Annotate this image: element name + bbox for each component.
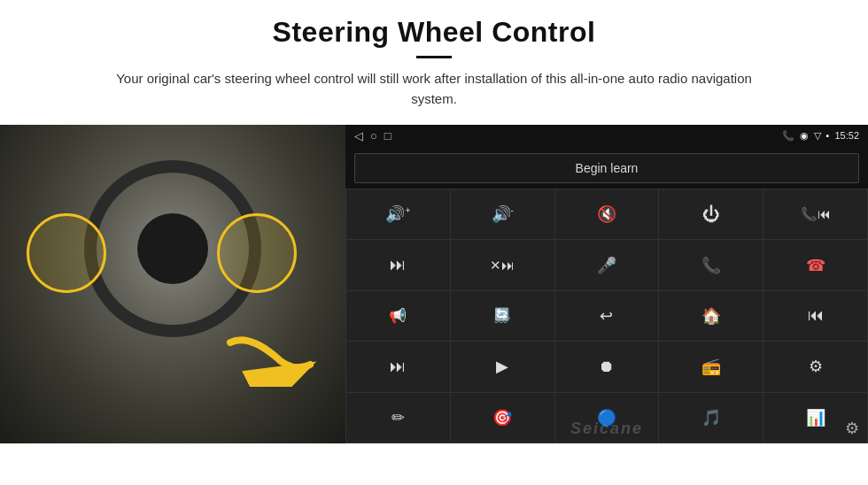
car-photo-bg (0, 125, 345, 443)
vol-down-btn[interactable]: 🔊- (451, 189, 554, 239)
begin-learn-button[interactable]: Begin learn (354, 153, 859, 183)
radio-icon: 📻 (701, 357, 721, 376)
mute-icon: 🔇 (597, 204, 616, 224)
mute-btn[interactable]: 🔇 (555, 189, 659, 239)
header-description: Your original car's steering wheel contr… (97, 69, 771, 109)
battery-icon: ▪ (826, 130, 830, 141)
screen-relative: 🔊+ 🔊- 🔇 ⏻ 📞⏮ ⏭ (345, 189, 868, 443)
vol-up-icon: 🔊+ (385, 204, 410, 224)
phone-icon: 📞 (782, 130, 794, 142)
status-bar-right: 📞 ◉ ▽ ▪ 15:52 (782, 130, 859, 142)
eq-btn[interactable]: ⚙ (763, 342, 867, 391)
navigate-btn[interactable]: ▶ (451, 342, 554, 391)
next-track-btn[interactable]: ⏭ (346, 240, 450, 289)
radio-btn[interactable]: 📻 (659, 342, 763, 391)
next-track-icon: ⏭ (390, 256, 406, 274)
camera-360-btn[interactable]: 🔄360° (451, 291, 554, 341)
hang-up-icon: ☎ (806, 256, 825, 275)
music-btn[interactable]: 🎵 (659, 393, 763, 443)
home-nav-icon[interactable]: ○ (370, 129, 377, 142)
car-image-area (0, 125, 345, 443)
home-icon: 🏠 (701, 306, 721, 326)
mic-btn[interactable]: 🎤 (555, 240, 659, 289)
highlight-left (27, 213, 106, 293)
status-bar: ◁ ○ □ 📞 ◉ ▽ ▪ 15:52 (345, 125, 868, 146)
camera-360-icon: 🔄360° (494, 307, 511, 325)
home-btn[interactable]: 🏠 (659, 291, 763, 341)
wifi-icon: ▽ (814, 130, 821, 142)
skip-forward-btn[interactable]: ⏭ (346, 342, 450, 391)
location-icon: ◉ (800, 130, 809, 142)
call-prev-btn[interactable]: 📞⏮ (763, 189, 867, 239)
vol-down-icon: 🔊- (492, 204, 514, 224)
target-icon: 🎯 (492, 408, 512, 427)
eq-icon: ⚙ (809, 357, 823, 376)
eject-icon: ⏺ (599, 358, 615, 376)
controls-grid: 🔊+ 🔊- 🔇 ⏻ 📞⏮ ⏭ (345, 189, 868, 443)
main-content: ◁ ○ □ 📞 ◉ ▽ ▪ 15:52 Begin learn (0, 125, 868, 443)
call-prev-icon: 📞⏮ (801, 206, 831, 222)
skip-forward-icon: ⏭ (390, 358, 406, 376)
fast-forward-icon: ✕⏭ (490, 258, 515, 273)
hang-up-btn[interactable]: ☎ (763, 240, 867, 289)
settings-gear-icon[interactable]: ⚙ (845, 419, 859, 438)
header-divider (416, 56, 452, 58)
arrow-svg (221, 325, 328, 387)
target-btn[interactable]: 🎯 (451, 393, 554, 443)
call-icon: 📞 (701, 256, 721, 275)
power-btn[interactable]: ⏻ (659, 189, 763, 239)
back-btn[interactable]: ↩ (555, 291, 659, 341)
status-time: 15:52 (834, 130, 859, 141)
eject-btn[interactable]: ⏺ (555, 342, 659, 391)
speaker-icon: 📢 (389, 307, 407, 324)
call-btn[interactable]: 📞 (659, 240, 763, 289)
android-screen: ◁ ○ □ 📞 ◉ ▽ ▪ 15:52 Begin learn (345, 125, 868, 443)
recents-nav-icon[interactable]: □ (384, 129, 391, 142)
yellow-arrow-container (221, 325, 328, 390)
back-nav-icon[interactable]: ◁ (354, 129, 363, 142)
page-wrapper: Steering Wheel Control Your original car… (0, 0, 868, 443)
edit-btn[interactable]: ✏ (346, 393, 450, 443)
back-icon: ↩ (600, 306, 613, 326)
edit-icon: ✏ (391, 408, 405, 427)
power-icon: ⏻ (702, 204, 720, 225)
prev-track-icon: ⏮ (808, 306, 824, 325)
bluetooth-btn[interactable]: 🔵 (555, 393, 659, 443)
highlight-right (217, 213, 297, 293)
begin-learn-row: Begin learn (345, 146, 868, 189)
mic-icon: 🎤 (597, 256, 616, 275)
page-title: Steering Wheel Control (35, 16, 833, 49)
fast-forward-btn[interactable]: ✕⏭ (451, 240, 554, 289)
sw-inner-hub (137, 213, 208, 284)
header-section: Steering Wheel Control Your original car… (0, 0, 868, 118)
status-bar-nav: ◁ ○ □ (354, 129, 391, 142)
vol-up-btn[interactable]: 🔊+ (346, 189, 450, 239)
navigate-icon: ▶ (496, 357, 508, 376)
speaker-btn[interactable]: 📢 (346, 291, 450, 341)
music-icon: 🎵 (701, 408, 721, 427)
equalizer-icon: 📊 (806, 408, 825, 427)
bluetooth-icon: 🔵 (597, 408, 616, 427)
prev-track-btn[interactable]: ⏮ (763, 291, 867, 341)
